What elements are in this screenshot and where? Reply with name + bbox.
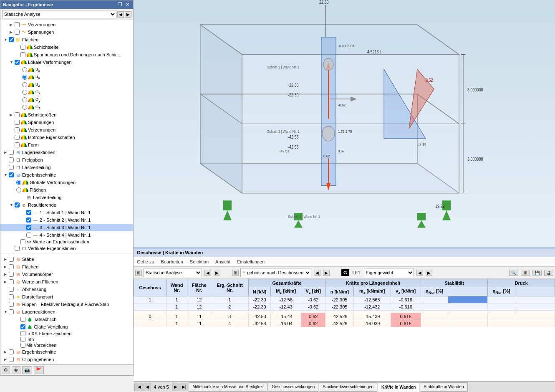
tab-prev-btn[interactable]: ◀ <box>144 383 151 391</box>
radio-phiz[interactable] <box>22 105 27 110</box>
cb-volumkoerper[interactable] <box>9 272 14 277</box>
tree-item-lok-verf[interactable]: ▼ Lokale Verformungen <box>0 58 133 66</box>
tree-item-schnitt1[interactable]: — 1 - Schnitt 1 | Wand Nr. 1 <box>0 209 133 216</box>
expand-staebe[interactable]: ▶ <box>4 257 8 261</box>
tree-item-darst-art[interactable]: ★ Darstellungsart <box>0 293 133 301</box>
cb-schnitt1[interactable] <box>26 210 31 215</box>
cb-werte-flaechen[interactable] <box>9 279 14 284</box>
expand-flaechen3[interactable]: ▶ <box>4 265 8 269</box>
tree-item-lastverteilung[interactable]: ☐ Lastverteilung <box>0 164 133 171</box>
analysis-dropdown[interactable]: Statische Analyse <box>2 10 116 18</box>
expand-spannungen-top[interactable]: ▶ <box>10 30 14 34</box>
lf-select[interactable]: Eigengewicht <box>364 268 414 277</box>
tree-item-spann-dehn[interactable]: Spannungen und Dehnungen nach Schic... <box>0 51 133 58</box>
radio-uz[interactable] <box>22 82 27 87</box>
cb-lok-verf[interactable] <box>15 60 20 65</box>
print-icon-btn[interactable]: 🖨 <box>544 270 553 276</box>
tab-stockwerksverschiebungen[interactable]: Stockwerksverschiebungen <box>319 382 377 392</box>
results-prev-btn[interactable]: ◀ <box>314 270 320 276</box>
tree-item-lastverteilung2[interactable]: ⊞ Lastverteilung <box>0 194 133 201</box>
tree-item-werte[interactable]: ×× Werte an Ergebnisschnitten <box>0 239 133 245</box>
cb-schnittgroessen[interactable] <box>15 112 20 117</box>
next-analysis-btn[interactable]: ▶ <box>125 11 131 18</box>
analysis-next-btn[interactable]: ▶ <box>214 270 220 276</box>
cb-mit-vorzeichen[interactable] <box>20 343 25 348</box>
cb-schnitt4[interactable] <box>26 233 31 238</box>
cb-staebe[interactable] <box>9 257 14 262</box>
search-icon-btn[interactable]: 🔍 <box>509 270 518 276</box>
analysis-icon-btn[interactable]: ⊞ <box>135 270 142 276</box>
tab-first-btn[interactable]: |◀ <box>134 383 143 391</box>
tree-item-spannungen2[interactable]: Spannungen <box>0 119 133 126</box>
cb-schichtseite[interactable] <box>20 45 25 50</box>
tree-item-spannungen-top[interactable]: ▶ 〜 Spannungen <box>0 28 133 36</box>
lf-next-btn[interactable]: ▶ <box>426 270 432 276</box>
expand-werte-flaechen[interactable]: ▶ <box>4 280 8 284</box>
settings-btn[interactable]: Einstellungen <box>235 258 266 265</box>
tree-item-uy[interactable]: uy <box>0 73 133 81</box>
expand-ergebnisschnitte[interactable]: ▼ <box>4 173 8 177</box>
expand-lager1[interactable]: ▶ <box>4 150 8 154</box>
expand-verzerrungen[interactable]: ▶ <box>10 23 14 27</box>
tree-item-ux[interactable]: ux <box>0 66 133 73</box>
expand-volumkoerper[interactable]: ▶ <box>4 272 8 276</box>
results-icon-btn[interactable]: ⊞ <box>232 270 239 276</box>
cb-info[interactable] <box>20 337 25 342</box>
select-btn[interactable]: Selektion <box>188 258 210 265</box>
tab-geschosseinwirkungen[interactable]: Geschosseinwirkungen <box>268 382 318 392</box>
close-button[interactable]: ✕ <box>125 2 131 8</box>
goto-btn[interactable]: Gehe zu <box>135 258 156 265</box>
expand-ergebnisschnitte2[interactable]: ▶ <box>4 350 8 354</box>
cb-verzerrungen[interactable] <box>15 22 20 27</box>
cb-flaechen[interactable] <box>9 37 14 42</box>
radio-phiy[interactable] <box>22 97 27 102</box>
cb-glatte-vert[interactable] <box>20 324 25 329</box>
cb-ergebnisschnitte2[interactable] <box>9 349 14 354</box>
cb-isotrope[interactable] <box>15 135 20 140</box>
cb-clipping[interactable] <box>9 357 14 362</box>
tree-item-phiz[interactable]: φz <box>0 104 133 111</box>
cb-freigaben[interactable] <box>9 157 14 162</box>
tree-item-info[interactable]: Info <box>0 336 133 342</box>
lf-prev-btn[interactable]: ◀ <box>416 270 423 276</box>
nav-btn-camera[interactable]: 📷 <box>22 366 32 374</box>
cb-resultierende[interactable] <box>15 202 20 207</box>
results-next-btn[interactable]: ▶ <box>323 270 330 276</box>
tab-last-btn[interactable]: ▶| <box>180 383 189 391</box>
expand-resultierende[interactable]: ▼ <box>10 203 14 207</box>
analysis-select[interactable]: Statische Analyse <box>144 268 202 277</box>
prev-analysis-btn[interactable]: ◀ <box>117 11 124 18</box>
cb-verzerrungen2[interactable] <box>15 127 20 132</box>
tree-item-rippen[interactable]: ⊞ Rippen - Effektiver Beitrag auf Fläche… <box>0 301 133 308</box>
cb-lager1[interactable] <box>9 150 14 155</box>
tree-item-tatsaechlich[interactable]: 🌲 Tatsächlich <box>0 316 133 323</box>
radio-flaechen2[interactable] <box>16 187 21 192</box>
tree-item-resultierende[interactable]: ▼ ⊘ Resultierende <box>0 201 133 209</box>
view-btn[interactable]: Ansicht <box>214 258 232 265</box>
expand-clipping[interactable]: ▶ <box>4 357 8 362</box>
cb-tatsaechlich[interactable] <box>20 317 25 322</box>
viewport-3d[interactable]: 3.000000 3.000000 22.30 -22.30 -22.30 -4… <box>134 0 555 248</box>
cb-spann-dehn[interactable] <box>20 52 25 57</box>
radio-glob-verf[interactable] <box>16 180 21 185</box>
cb-in-xy[interactable] <box>20 331 25 336</box>
tree-item-glob-verf[interactable]: Globale Verformungen <box>0 179 133 186</box>
edit-btn[interactable]: Bearbeiten <box>159 258 185 265</box>
tree-item-schnitt2[interactable]: — 2 - Schnitt 2 | Wand Nr. 1 <box>0 216 133 224</box>
tree-item-werte-flaechen[interactable]: ▶ ⊞ Werte an Flächen <box>0 278 133 286</box>
restore-button[interactable]: ❐ <box>117 2 123 8</box>
tree-item-staebe[interactable]: ▶ ⊞ Stäbe <box>0 255 133 263</box>
tree-item-freigaben[interactable]: ☐ Freigaben <box>0 156 133 164</box>
cb-form[interactable] <box>15 142 20 147</box>
tree-item-flaechen3[interactable]: ▶ ⊞ Flächen <box>0 263 133 271</box>
expand-flaechen[interactable]: ▼ <box>4 38 8 42</box>
tree-item-isotrope[interactable]: Isotrope Eigenschaften <box>0 134 133 141</box>
cb-lager2[interactable] <box>9 309 14 314</box>
tree-item-glatte-vert[interactable]: 🌲 Glatte Verteilung <box>0 323 133 331</box>
tree-item-verzerrungen2[interactable]: Verzerrungen <box>0 126 133 134</box>
cb-darst-art[interactable] <box>9 294 14 299</box>
tree-item-form[interactable]: Form <box>0 141 133 149</box>
cb-spannungen-top[interactable] <box>15 30 20 35</box>
tab-next-btn[interactable]: ▶ <box>172 383 179 391</box>
tree-item-flaechen2[interactable]: Flächen <box>0 186 133 194</box>
